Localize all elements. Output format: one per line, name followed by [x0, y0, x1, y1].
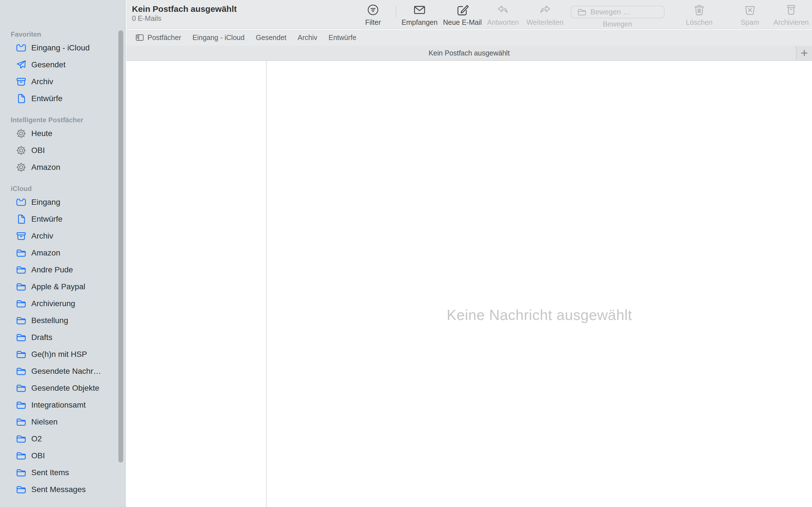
- sidebar-sections: Favoriten Eingang - iCloud Gesendet Arch…: [0, 0, 125, 498]
- sidebar-item-gesendete-objekte[interactable]: Gesendete Objekte: [0, 380, 125, 397]
- folder-icon: [16, 332, 26, 342]
- forward-icon: [539, 2, 551, 17]
- sidebar-item-amazon[interactable]: Amazon: [0, 244, 125, 262]
- gear-icon: [16, 145, 26, 156]
- sidebar-item-archivierung[interactable]: Archivierung: [0, 295, 125, 312]
- favorites-bar: Postfächer Eingang - iCloud Gesendet Arc…: [126, 30, 812, 46]
- sidebar-item-drafts[interactable]: Drafts: [0, 329, 125, 346]
- toolbar: Kein Postfach ausgewählt 0 E-Mails Filte…: [126, 0, 812, 29]
- gear-icon: [16, 128, 26, 138]
- sidebar-item-obi[interactable]: OBI: [0, 447, 125, 464]
- toolbar-title: Kein Postfach ausgewählt: [132, 4, 237, 14]
- sidebar-item-bestellung[interactable]: Bestellung: [0, 312, 125, 329]
- sidebar-section-title: iCloud: [0, 184, 125, 194]
- sidebar-item-label: Entwürfe: [31, 215, 63, 224]
- sidebar-item-label: Sent Items: [31, 468, 69, 477]
- favorites-item-eingang-icloud[interactable]: Eingang - iCloud: [193, 34, 245, 42]
- sidebar-item-label: O2: [31, 434, 42, 443]
- doc-icon: [16, 94, 26, 104]
- spam-icon: [744, 2, 756, 17]
- sidebar-scrollbar-thumb[interactable]: [118, 31, 123, 462]
- sidebar-item-label: Amazon: [31, 163, 60, 172]
- favorites-item-gesendet[interactable]: Gesendet: [256, 34, 286, 42]
- add-mail-button[interactable]: +: [796, 46, 812, 60]
- message-list-header: Kein Postfach ausgewählt +: [126, 46, 812, 61]
- archive-button[interactable]: Archivieren: [760, 2, 812, 26]
- sidebar-item-archiv[interactable]: Archiv: [0, 73, 125, 90]
- folder-icon: [16, 248, 26, 258]
- sidebar-item-integrationsamt[interactable]: Integrationsamt: [0, 397, 125, 413]
- sidebar-item-archiv[interactable]: Archiv: [0, 228, 125, 244]
- sidebar-item-label: Eingang: [31, 198, 60, 207]
- sidebar-item-heute[interactable]: Heute: [0, 125, 125, 142]
- folder-icon: [16, 434, 26, 444]
- folder-icon: [16, 467, 26, 478]
- folder-icon: [16, 417, 26, 427]
- folder-icon: [16, 383, 26, 393]
- sidebar-item-sent-messages[interactable]: Sent Messages: [0, 481, 125, 498]
- delete-label: Löschen: [686, 18, 713, 26]
- sidebar-item-label: Andre Pude: [31, 265, 73, 274]
- favorites-item-archiv[interactable]: Archiv: [298, 34, 317, 42]
- mailboxes-label: Postfächer: [147, 34, 181, 42]
- sidebar-item-o2[interactable]: O2: [0, 431, 125, 447]
- sidebar-item-amazon[interactable]: Amazon: [0, 159, 125, 176]
- sidebar-item-entw-rfe[interactable]: Entwürfe: [0, 90, 125, 107]
- sidebar-item-ge-h-n-mit-hsp[interactable]: Ge(h)n mit HSP: [0, 346, 125, 363]
- folder-icon: [16, 265, 26, 275]
- sidebar-item-label: Archiv: [31, 231, 53, 240]
- sidebar-item-label: Gesendet: [31, 60, 65, 69]
- move-dropdown[interactable]: Bewegen …: [571, 6, 665, 18]
- sidebar-item-label: Gesendete Objekte: [31, 384, 99, 393]
- message-list-header-title: Kein Postfach ausgewählt: [428, 49, 510, 57]
- sidebar-item-label: Amazon: [31, 248, 60, 258]
- sidebar-item-entw-rfe[interactable]: Entwürfe: [0, 211, 125, 228]
- folder-icon: [16, 451, 26, 461]
- sidebar-item-label: Integrationsamt: [31, 400, 86, 409]
- folder-icon: [16, 400, 26, 410]
- gear-icon: [16, 162, 26, 172]
- filter-icon: [367, 2, 379, 17]
- folder-icon: [16, 485, 26, 495]
- filter-label: Filter: [365, 18, 381, 26]
- folder-icon: [16, 366, 26, 376]
- inbox-icon: [16, 43, 26, 53]
- archivebox-icon: [16, 76, 26, 87]
- message-content-pane: Keine Nachricht ausgewählt: [267, 61, 812, 507]
- sidebar-item-gesendet[interactable]: Gesendet: [0, 56, 125, 73]
- sidebar-item-label: Heute: [31, 129, 52, 138]
- sidebar-item-eingang[interactable]: Eingang: [0, 194, 125, 211]
- sidebar-item-obi[interactable]: OBI: [0, 142, 125, 159]
- forward-button[interactable]: Weiterleiten: [514, 2, 576, 26]
- sidebar-item-label: Ge(h)n mit HSP: [31, 350, 87, 359]
- archivebox-icon: [16, 231, 26, 241]
- trash-icon: [693, 2, 705, 17]
- sidebar-item-andre-pude[interactable]: Andre Pude: [0, 262, 125, 278]
- empty-message: Keine Nachricht ausgewählt: [267, 306, 812, 323]
- message-list-pane: [126, 61, 266, 507]
- inbox-icon: [16, 197, 26, 207]
- mailboxes-toggle-button[interactable]: Postfächer: [135, 33, 181, 42]
- sidebar-item-eingang-icloud[interactable]: Eingang - iCloud: [0, 40, 125, 56]
- folder-icon: [16, 298, 26, 309]
- sidebar-item-label: OBI: [31, 146, 45, 155]
- archive-label: Archivieren: [773, 18, 809, 26]
- folder-icon: [16, 282, 26, 292]
- sidebar-item-sent-items[interactable]: Sent Items: [0, 464, 125, 481]
- sidebar-item-label: Nielsen: [31, 417, 57, 427]
- sidebar-item-label: Archivierung: [31, 299, 75, 308]
- reply-icon: [497, 2, 509, 17]
- favorites-item-entwuerfe[interactable]: Entwürfe: [328, 34, 356, 42]
- move-label: Bewegen: [603, 20, 632, 28]
- folder-icon: [16, 349, 26, 359]
- sidebar-item-nielsen[interactable]: Nielsen: [0, 413, 125, 431]
- archive-icon: [785, 2, 797, 17]
- toolbar-title-group: Kein Postfach ausgewählt 0 E-Mails: [132, 4, 237, 22]
- sidebar-item-label: Entwürfe: [31, 94, 63, 103]
- sidebar-toggle-icon: [135, 33, 144, 42]
- sidebar-item-label: Archiv: [31, 77, 53, 86]
- sidebar-item-apple-paypal[interactable]: Apple & Paypal: [0, 278, 125, 295]
- sidebar-item-label: Apple & Paypal: [31, 282, 85, 291]
- sidebar-item-gesendete-nachr[interactable]: Gesendete Nachr…: [0, 363, 125, 380]
- sidebar: Favoriten Eingang - iCloud Gesendet Arch…: [0, 0, 126, 507]
